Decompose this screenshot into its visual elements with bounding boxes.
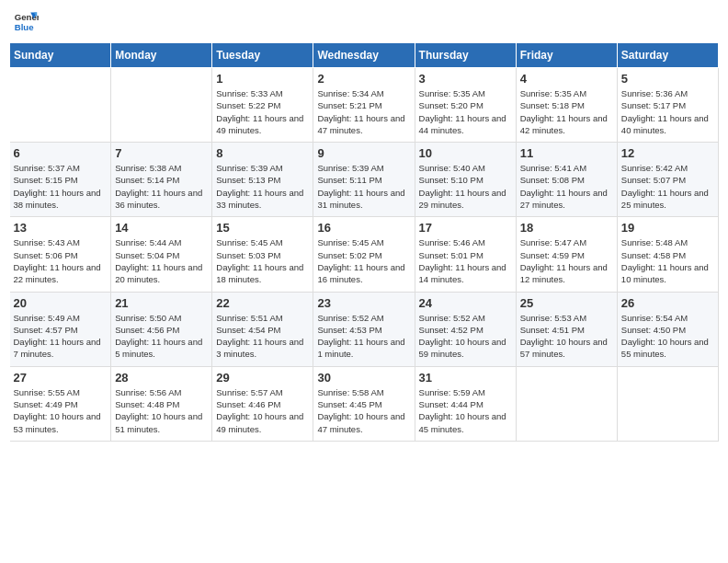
day-content: Sunrise: 5:52 AM Sunset: 4:53 PM Dayligh… <box>317 312 410 361</box>
weekday-header-saturday: Saturday <box>617 43 718 68</box>
calendar-table: SundayMondayTuesdayWednesdayThursdayFrid… <box>9 42 719 442</box>
calendar-cell: 22Sunrise: 5:51 AM Sunset: 4:54 PM Dayli… <box>212 292 313 366</box>
day-number: 31 <box>419 371 512 385</box>
day-content: Sunrise: 5:58 AM Sunset: 4:45 PM Dayligh… <box>317 386 410 435</box>
day-content: Sunrise: 5:35 AM Sunset: 5:20 PM Dayligh… <box>419 87 512 136</box>
day-content: Sunrise: 5:39 AM Sunset: 5:13 PM Dayligh… <box>216 162 309 211</box>
day-content: Sunrise: 5:59 AM Sunset: 4:44 PM Dayligh… <box>419 386 512 435</box>
day-content: Sunrise: 5:35 AM Sunset: 5:18 PM Dayligh… <box>520 87 613 136</box>
calendar-cell: 20Sunrise: 5:49 AM Sunset: 4:57 PM Dayli… <box>10 292 111 366</box>
calendar-cell: 12Sunrise: 5:42 AM Sunset: 5:07 PM Dayli… <box>617 143 718 217</box>
day-content: Sunrise: 5:38 AM Sunset: 5:14 PM Dayligh… <box>115 162 208 211</box>
calendar-cell: 28Sunrise: 5:56 AM Sunset: 4:48 PM Dayli… <box>111 366 212 441</box>
calendar-cell: 6Sunrise: 5:37 AM Sunset: 5:15 PM Daylig… <box>10 143 111 217</box>
day-number: 16 <box>317 221 410 235</box>
calendar-week-row: 6Sunrise: 5:37 AM Sunset: 5:15 PM Daylig… <box>10 143 719 217</box>
calendar-cell: 13Sunrise: 5:43 AM Sunset: 5:06 PM Dayli… <box>10 217 111 292</box>
day-number: 4 <box>520 72 613 86</box>
calendar-cell: 25Sunrise: 5:53 AM Sunset: 4:51 PM Dayli… <box>516 292 617 366</box>
calendar-cell: 24Sunrise: 5:52 AM Sunset: 4:52 PM Dayli… <box>415 292 516 366</box>
calendar-week-row: 20Sunrise: 5:49 AM Sunset: 4:57 PM Dayli… <box>10 292 719 366</box>
day-content: Sunrise: 5:45 AM Sunset: 5:03 PM Dayligh… <box>216 236 309 285</box>
day-content: Sunrise: 5:40 AM Sunset: 5:10 PM Dayligh… <box>419 162 512 211</box>
day-number: 8 <box>216 146 309 160</box>
day-number: 20 <box>14 296 108 310</box>
day-content: Sunrise: 5:51 AM Sunset: 4:54 PM Dayligh… <box>216 312 309 361</box>
weekday-header-wednesday: Wednesday <box>313 43 415 68</box>
day-number: 29 <box>216 371 309 385</box>
day-content: Sunrise: 5:39 AM Sunset: 5:11 PM Dayligh… <box>317 162 410 211</box>
day-content: Sunrise: 5:57 AM Sunset: 4:46 PM Dayligh… <box>216 386 309 435</box>
calendar-week-row: 27Sunrise: 5:55 AM Sunset: 4:49 PM Dayli… <box>10 366 719 441</box>
day-number: 7 <box>115 146 208 160</box>
calendar-cell: 31Sunrise: 5:59 AM Sunset: 4:44 PM Dayli… <box>415 366 516 441</box>
calendar-cell: 11Sunrise: 5:41 AM Sunset: 5:08 PM Dayli… <box>516 143 617 217</box>
day-number: 26 <box>621 296 714 310</box>
calendar-cell <box>617 366 718 441</box>
calendar-cell: 16Sunrise: 5:45 AM Sunset: 5:02 PM Dayli… <box>313 217 415 292</box>
calendar-cell: 1Sunrise: 5:33 AM Sunset: 5:22 PM Daylig… <box>212 68 313 143</box>
day-content: Sunrise: 5:41 AM Sunset: 5:08 PM Dayligh… <box>520 162 613 211</box>
calendar-cell: 19Sunrise: 5:48 AM Sunset: 4:58 PM Dayli… <box>617 217 718 292</box>
calendar-cell: 10Sunrise: 5:40 AM Sunset: 5:10 PM Dayli… <box>415 143 516 217</box>
calendar-cell: 9Sunrise: 5:39 AM Sunset: 5:11 PM Daylig… <box>313 143 415 217</box>
day-number: 17 <box>419 221 512 235</box>
day-number: 14 <box>115 221 208 235</box>
day-content: Sunrise: 5:45 AM Sunset: 5:02 PM Dayligh… <box>317 236 410 285</box>
calendar-cell <box>111 68 212 143</box>
calendar-cell: 8Sunrise: 5:39 AM Sunset: 5:13 PM Daylig… <box>212 143 313 217</box>
weekday-header-thursday: Thursday <box>415 43 516 68</box>
page-header: General Blue <box>9 9 719 35</box>
day-number: 3 <box>419 72 512 86</box>
calendar-cell: 4Sunrise: 5:35 AM Sunset: 5:18 PM Daylig… <box>516 68 617 143</box>
calendar-cell: 21Sunrise: 5:50 AM Sunset: 4:56 PM Dayli… <box>111 292 212 366</box>
day-number: 22 <box>216 296 309 310</box>
day-number: 10 <box>419 146 512 160</box>
calendar-cell <box>10 68 111 143</box>
day-content: Sunrise: 5:37 AM Sunset: 5:15 PM Dayligh… <box>14 162 108 211</box>
day-number: 2 <box>317 72 410 86</box>
day-content: Sunrise: 5:48 AM Sunset: 4:58 PM Dayligh… <box>621 236 714 285</box>
day-content: Sunrise: 5:42 AM Sunset: 5:07 PM Dayligh… <box>621 162 714 211</box>
day-number: 23 <box>317 296 410 310</box>
day-content: Sunrise: 5:50 AM Sunset: 4:56 PM Dayligh… <box>115 312 208 361</box>
day-content: Sunrise: 5:34 AM Sunset: 5:21 PM Dayligh… <box>317 87 410 136</box>
day-content: Sunrise: 5:47 AM Sunset: 4:59 PM Dayligh… <box>520 236 613 285</box>
weekday-header-tuesday: Tuesday <box>212 43 313 68</box>
calendar-cell: 30Sunrise: 5:58 AM Sunset: 4:45 PM Dayli… <box>313 366 415 441</box>
svg-text:Blue: Blue <box>15 22 34 32</box>
day-content: Sunrise: 5:55 AM Sunset: 4:49 PM Dayligh… <box>14 386 108 435</box>
day-number: 30 <box>317 371 410 385</box>
calendar-cell: 17Sunrise: 5:46 AM Sunset: 5:01 PM Dayli… <box>415 217 516 292</box>
calendar-cell: 27Sunrise: 5:55 AM Sunset: 4:49 PM Dayli… <box>10 366 111 441</box>
calendar-cell: 2Sunrise: 5:34 AM Sunset: 5:21 PM Daylig… <box>313 68 415 143</box>
weekday-header-monday: Monday <box>111 43 212 68</box>
day-number: 6 <box>14 146 108 160</box>
weekday-header-row: SundayMondayTuesdayWednesdayThursdayFrid… <box>10 43 719 68</box>
logo-icon: General Blue <box>13 9 39 35</box>
day-number: 24 <box>419 296 512 310</box>
day-number: 9 <box>317 146 410 160</box>
day-number: 28 <box>115 371 208 385</box>
day-number: 13 <box>14 221 108 235</box>
calendar-cell: 5Sunrise: 5:36 AM Sunset: 5:17 PM Daylig… <box>617 68 718 143</box>
calendar-cell: 26Sunrise: 5:54 AM Sunset: 4:50 PM Dayli… <box>617 292 718 366</box>
calendar-week-row: 13Sunrise: 5:43 AM Sunset: 5:06 PM Dayli… <box>10 217 719 292</box>
day-number: 19 <box>621 221 714 235</box>
calendar-cell: 18Sunrise: 5:47 AM Sunset: 4:59 PM Dayli… <box>516 217 617 292</box>
day-content: Sunrise: 5:49 AM Sunset: 4:57 PM Dayligh… <box>14 312 108 361</box>
calendar-cell: 15Sunrise: 5:45 AM Sunset: 5:03 PM Dayli… <box>212 217 313 292</box>
calendar-week-row: 1Sunrise: 5:33 AM Sunset: 5:22 PM Daylig… <box>10 68 719 143</box>
day-content: Sunrise: 5:52 AM Sunset: 4:52 PM Dayligh… <box>419 312 512 361</box>
calendar-cell: 3Sunrise: 5:35 AM Sunset: 5:20 PM Daylig… <box>415 68 516 143</box>
day-content: Sunrise: 5:43 AM Sunset: 5:06 PM Dayligh… <box>14 236 108 285</box>
calendar-cell: 14Sunrise: 5:44 AM Sunset: 5:04 PM Dayli… <box>111 217 212 292</box>
day-number: 5 <box>621 72 714 86</box>
day-number: 27 <box>14 371 108 385</box>
logo: General Blue <box>13 9 42 35</box>
day-content: Sunrise: 5:46 AM Sunset: 5:01 PM Dayligh… <box>419 236 512 285</box>
weekday-header-sunday: Sunday <box>10 43 111 68</box>
day-content: Sunrise: 5:36 AM Sunset: 5:17 PM Dayligh… <box>621 87 714 136</box>
day-content: Sunrise: 5:53 AM Sunset: 4:51 PM Dayligh… <box>520 312 613 361</box>
calendar-cell <box>516 366 617 441</box>
